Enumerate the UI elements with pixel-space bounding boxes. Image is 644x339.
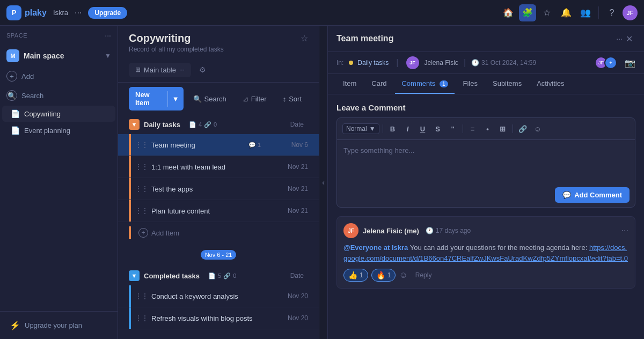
workspace-more-icon[interactable]: ··· <box>72 6 84 20</box>
table-row-refresh-visuals[interactable]: ⋮⋮ Refresh visuals within blog posts Nov… <box>118 307 319 329</box>
table-tab[interactable]: ⊞ Main table ··· <box>129 63 191 77</box>
meta-user-name: Jelena Fisic <box>425 59 458 67</box>
comment-reactions: 👍 1 🔥 1 ☺ Reply <box>343 269 628 282</box>
comment-input[interactable]: Type something here... <box>337 140 635 183</box>
right-panel-close-button[interactable]: ✕ <box>623 32 635 45</box>
table-row-meet-team-lead[interactable]: ⋮⋮ 1:1 meet with team lead Nov 21 <box>118 156 319 178</box>
table-row-test-apps[interactable]: ⋮⋮ Test the apps Nov 21 <box>118 178 319 200</box>
tab-files[interactable]: Files <box>457 74 484 94</box>
drag-handle-5[interactable]: ⋮⋮ <box>135 292 148 300</box>
sidebar-item-copywriting[interactable]: 📄 Copywriting <box>2 106 115 122</box>
drag-handle-2[interactable]: ⋮⋮ <box>135 163 148 171</box>
row-name-refresh-visuals: Refresh visuals within blog posts <box>151 314 265 322</box>
reaction-fire[interactable]: 🔥 1 <box>371 269 396 282</box>
nav-icons: 🏠 🧩 ☆ 🔔 👥 ? JF <box>500 4 638 21</box>
puzzle-icon[interactable]: 🧩 <box>519 4 536 21</box>
group-meta-completed: 📄 5 🔗 0 <box>208 272 236 279</box>
logo[interactable]: P plaky <box>6 5 47 20</box>
in-space-name: Daily tasks <box>357 59 389 67</box>
format-underline-btn[interactable]: U <box>416 122 429 135</box>
format-link-btn[interactable]: 🔗 <box>516 122 529 135</box>
star-icon[interactable]: ☆ <box>538 4 555 21</box>
page-subtitle: Record of all my completed tasks <box>118 45 319 57</box>
settings-button[interactable]: ⚙ <box>194 62 210 78</box>
right-panel-more-icon[interactable]: ··· <box>616 34 623 43</box>
sidebar-search-action[interactable]: 🔍 Search <box>0 86 118 105</box>
topnav: P plaky Iskra ··· Upgrade 🏠 🧩 ☆ 🔔 👥 ? JF <box>0 0 644 26</box>
format-ordered-list-btn[interactable]: ≡ <box>466 122 479 135</box>
col-header-date: Date <box>290 121 308 128</box>
table-row-keyword-analysis[interactable]: ⋮⋮ Conduct a keyword analysis Nov 20 <box>118 285 319 307</box>
format-emoji-btn[interactable]: ☺ <box>531 122 544 135</box>
help-icon[interactable]: ? <box>603 4 620 21</box>
workspace-label: Iskra <box>53 9 68 17</box>
format-checklist-btn[interactable]: ⊞ <box>496 122 509 135</box>
sidebar: Space ··· M Main space ▼ + Add 🔍 Search … <box>0 26 118 339</box>
format-select[interactable]: Normal ▼ <box>342 123 379 134</box>
tab-card[interactable]: Card <box>365 74 393 94</box>
drag-handle-6[interactable]: ⋮⋮ <box>135 314 148 322</box>
new-item-dropdown-arrow[interactable]: ▼ <box>167 91 184 107</box>
right-panel-meta: In: Daily tasks | JF Jelena Fisic | 🕐 31… <box>328 52 644 74</box>
tab-activities[interactable]: Activities <box>530 74 570 94</box>
date-badge: Nov 6 - 21 <box>201 250 237 260</box>
add-item-label: Add Item <box>151 229 179 237</box>
format-strikethrough-btn[interactable]: S <box>431 122 444 135</box>
star-page-icon[interactable]: ☆ <box>301 33 308 43</box>
collapse-panel-btn[interactable]: ‹ <box>319 26 327 339</box>
sort-button[interactable]: ↕ Sort <box>276 92 308 106</box>
action-bar: New Item ▼ 🔍 Search ⊿ Filter ↕ Sort <box>118 83 319 115</box>
camera-icon[interactable]: 📷 <box>625 58 635 68</box>
format-quote-btn[interactable]: " <box>447 122 459 135</box>
table-row-plan-content[interactable]: ⋮⋮ Plan future content Nov 21 <box>118 200 319 222</box>
sidebar-space-item[interactable]: M Main space ▼ <box>0 45 118 67</box>
format-unordered-list-btn[interactable]: • <box>481 122 494 135</box>
sidebar-item-label: Copywriting <box>24 110 61 118</box>
bell-icon[interactable]: 🔔 <box>558 4 575 21</box>
table-row-team-meeting[interactable]: ⋮⋮ Team meeting 💬 1 Nov 6 <box>118 134 319 156</box>
chat-icon: 💬 <box>248 142 256 149</box>
sidebar-add-action[interactable]: + Add <box>0 67 118 86</box>
format-italic-btn[interactable]: I <box>401 122 414 135</box>
home-icon[interactable]: 🏠 <box>500 4 517 21</box>
format-normal-label: Normal <box>346 125 367 132</box>
add-reaction-icon[interactable]: ☺ <box>399 270 407 280</box>
users-icon[interactable]: 👥 <box>577 4 594 21</box>
tab-item[interactable]: Item <box>336 74 363 94</box>
tab-comments[interactable]: Comments 1 <box>395 74 454 94</box>
add-comment-button[interactable]: 💬 Add Comment <box>555 187 630 203</box>
table-tab-more-icon[interactable]: ··· <box>179 66 185 73</box>
col-header-date-2: Date <box>290 272 308 279</box>
new-item-button[interactable]: New Item ▼ <box>129 87 184 110</box>
upgrade-plan-btn[interactable]: ⚡ Upgrade your plan <box>6 317 111 334</box>
group-header-completed[interactable]: ▼ Completed tasks 📄 5 🔗 0 Date <box>118 266 319 285</box>
drag-handle[interactable]: ⋮⋮ <box>135 141 148 149</box>
logo-text: plaky <box>25 8 47 18</box>
link-icon: 🔗 <box>204 121 211 128</box>
drag-handle-3[interactable]: ⋮⋮ <box>135 185 148 193</box>
drag-handle-4[interactable]: ⋮⋮ <box>135 207 148 215</box>
tab-card-label: Card <box>371 79 386 87</box>
comment-more-icon[interactable]: ··· <box>621 226 628 235</box>
tab-subitems[interactable]: Subitems <box>486 74 528 94</box>
sidebar-more-icon[interactable]: ··· <box>105 31 111 40</box>
filter-button[interactable]: ⊿ Filter <box>236 92 273 106</box>
search-button[interactable]: 🔍 Search <box>187 92 233 106</box>
group-header-daily-tasks[interactable]: ▼ Daily tasks 📄 4 🔗 0 Date <box>118 115 319 134</box>
comment-timestamp: 🕐 17 days ago <box>426 227 471 234</box>
user-avatar[interactable]: JF <box>623 5 638 20</box>
group-chevron-daily[interactable]: ▼ <box>129 119 140 130</box>
reply-button[interactable]: Reply <box>411 270 436 281</box>
add-item-daily[interactable]: + Add Item <box>118 222 319 244</box>
table-icon: ⊞ <box>135 66 141 73</box>
group-chevron-completed[interactable]: ▼ <box>129 270 140 281</box>
sidebar-items: 📄 Copywriting 📄 Event planning <box>0 105 118 311</box>
collapse-icon: ‹ <box>322 178 325 187</box>
upgrade-button[interactable]: Upgrade <box>88 7 127 19</box>
reaction-thumbsup[interactable]: 👍 1 <box>343 269 368 282</box>
sidebar-item-event-planning[interactable]: 📄 Event planning <box>2 122 115 138</box>
group-name-completed: Completed tasks <box>144 272 200 280</box>
add-item-icon: + <box>138 228 148 238</box>
format-bold-btn[interactable]: B <box>386 122 399 135</box>
comment-time-text: 17 days ago <box>436 227 471 234</box>
